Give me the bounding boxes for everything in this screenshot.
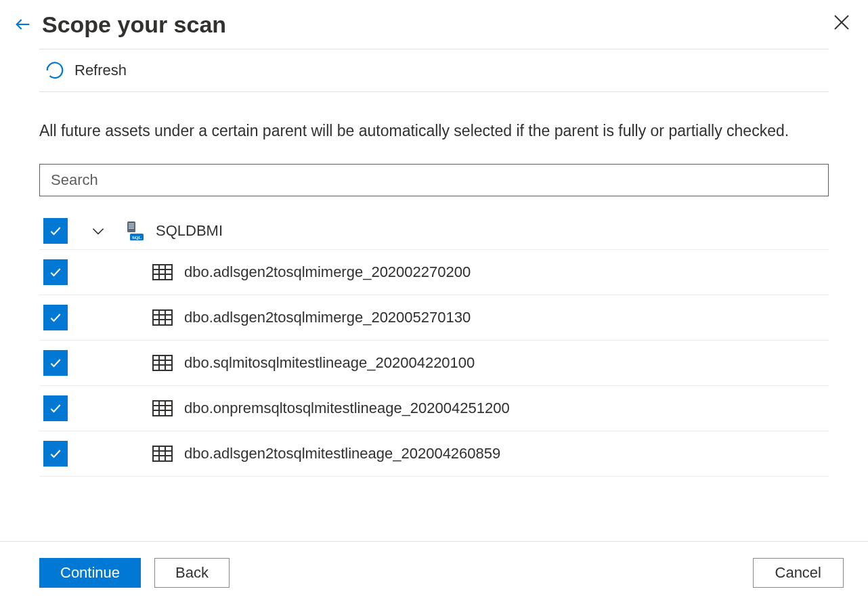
- tree-row: dbo.adlsgen2tosqlmimerge_202005270130: [39, 295, 829, 341]
- tree-item-label: dbo.sqlmitosqlmitestlineage_202004220100: [184, 354, 475, 372]
- svg-rect-19: [153, 355, 172, 370]
- tree-row: dbo.sqlmitosqlmitestlineage_202004220100: [39, 341, 829, 386]
- checkbox-item[interactable]: [43, 259, 68, 285]
- table-icon: [152, 444, 173, 463]
- search-input[interactable]: [39, 164, 829, 196]
- svg-rect-14: [153, 310, 172, 325]
- checkbox-item[interactable]: [43, 441, 68, 467]
- tree-root-label: SQLDBMI: [156, 222, 223, 240]
- back-button[interactable]: Back: [154, 558, 230, 588]
- tree-row: dbo.onpremsqltosqlmitestlineage_20200425…: [39, 386, 829, 431]
- svg-rect-5: [129, 225, 134, 227]
- svg-rect-6: [129, 228, 134, 229]
- cancel-button[interactable]: Cancel: [753, 558, 844, 588]
- table-icon: [152, 399, 173, 418]
- tree-row: dbo.adlsgen2tosqlmitestlineage_202004260…: [39, 431, 829, 477]
- tree-item-label: dbo.adlsgen2tosqlmitestlineage_202004260…: [184, 445, 500, 462]
- svg-rect-4: [129, 223, 134, 225]
- tree-row: dbo.adlsgen2tosqlmimerge_202002270200: [39, 250, 829, 295]
- page-title: Scope your scan: [42, 12, 226, 38]
- footer: Continue Back Cancel: [0, 541, 868, 604]
- svg-rect-24: [153, 401, 172, 416]
- svg-rect-29: [153, 446, 172, 461]
- checkbox-item[interactable]: [43, 395, 68, 421]
- tree-item-label: dbo.adlsgen2tosqlmimerge_202002270200: [184, 263, 471, 281]
- checkbox-item[interactable]: [43, 350, 68, 376]
- refresh-button[interactable]: Refresh: [39, 49, 829, 92]
- sql-database-icon: SQL: [123, 220, 145, 242]
- continue-button[interactable]: Continue: [39, 558, 141, 588]
- description-text: All future assets under a certain parent…: [39, 92, 829, 164]
- back-arrow-icon[interactable]: [8, 9, 38, 39]
- tree-item-label: dbo.adlsgen2tosqlmimerge_202005270130: [184, 309, 471, 326]
- checkbox-item[interactable]: [43, 305, 68, 330]
- table-icon: [152, 308, 173, 327]
- refresh-label: Refresh: [74, 62, 127, 79]
- svg-rect-3: [127, 221, 135, 232]
- checkbox-root[interactable]: [43, 218, 68, 244]
- svg-text:SQL: SQL: [132, 234, 142, 240]
- asset-tree: SQL SQLDBMI dbo.adlsgen2tosqlmimerge_202…: [39, 213, 829, 477]
- svg-rect-9: [153, 265, 172, 280]
- close-icon[interactable]: [831, 12, 852, 35]
- chevron-down-icon[interactable]: [89, 222, 107, 240]
- tree-item-label: dbo.onpremsqltosqlmitestlineage_20200425…: [184, 400, 510, 417]
- table-icon: [152, 353, 173, 372]
- tree-row-root: SQL SQLDBMI: [39, 213, 829, 250]
- table-icon: [152, 263, 173, 282]
- refresh-icon: [45, 60, 65, 81]
